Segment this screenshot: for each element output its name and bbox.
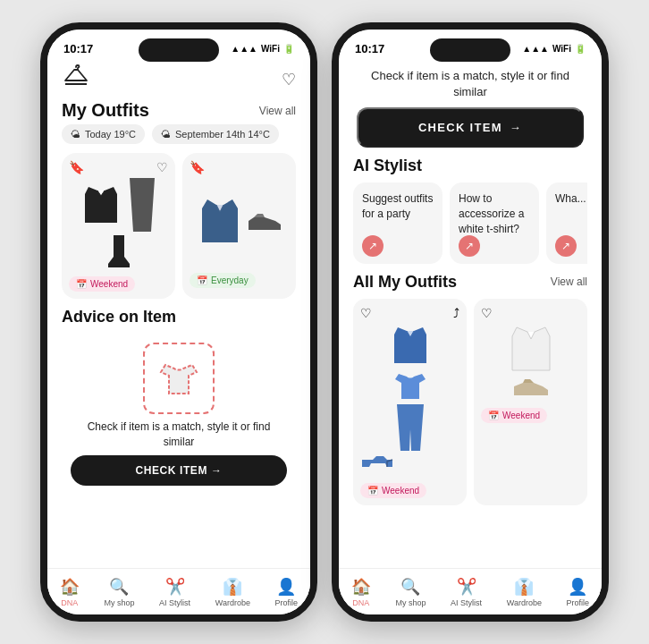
check-item-btn-label: CHECK ITEM — [418, 121, 502, 134]
jacket-icon — [80, 180, 122, 230]
ai-card-btn-1[interactable]: ↗ — [459, 235, 480, 257]
advice-box: Check if item is a match, style it or fi… — [62, 334, 296, 495]
white-blazer-icon — [508, 324, 554, 377]
weather-future-label: September 14th 14°C — [175, 129, 270, 140]
battery-icon-2: 🔋 — [575, 44, 586, 54]
nav-myshop-label-1: My shop — [104, 598, 134, 607]
pants-icon — [126, 178, 158, 232]
nav-profile-1[interactable]: 👤 Profile — [275, 577, 299, 607]
all-outfit-card-0[interactable]: ♡ ⤴ — [353, 299, 467, 505]
phone1-header: ♡ — [47, 59, 310, 100]
outfit-card-weekend[interactable]: 🔖 ♡ — [62, 153, 175, 299]
heart-icon-1[interactable]: ♡ — [282, 70, 296, 89]
weather-today[interactable]: 🌤 Today 19°C — [62, 124, 145, 144]
nav-aistylist-label-2: AI Stylist — [451, 598, 482, 607]
sneaker-icon — [247, 212, 282, 233]
blue-jacket-icon — [197, 196, 243, 250]
bookmark-icon-2: 🔖 — [190, 160, 205, 174]
check-item-banner: Check if item is a match, style it or fi… — [339, 59, 602, 148]
heels-icon — [360, 453, 396, 470]
ai-card-2[interactable]: Wha... my b... ↗ — [546, 182, 587, 263]
wardrobe-icon-2: 👔 — [514, 577, 534, 597]
ai-card-btn-0[interactable]: ↗ — [362, 235, 384, 257]
battery-icon-1: 🔋 — [283, 44, 294, 54]
share-icon-3[interactable]: ⤴ — [453, 306, 459, 320]
wifi-icon-2: WiFi — [552, 44, 571, 54]
nav-dna-2[interactable]: 🏠 DNA — [351, 577, 371, 607]
weather-row-1: 🌤 Today 19°C 🌤 September 14th 14°C — [47, 124, 310, 153]
outfit-cards-row-2: ♡ ⤴ — [353, 299, 587, 505]
phone1-content: ♡ My Outfits View all 🌤 Today 19°C 🌤 Sep… — [47, 59, 310, 605]
nav-myshop-1[interactable]: 🔍 My shop — [104, 577, 134, 607]
signal-icon-2: ▲▲▲ — [522, 44, 549, 54]
dynamic-island-2 — [430, 38, 510, 62]
advice-title: Advice on Item — [62, 308, 296, 326]
all-outfit-tag-1: 📅 Weekend — [481, 408, 547, 423]
weather-future[interactable]: 🌤 September 14th 14°C — [152, 124, 279, 144]
everyday-tag: 📅 Everyday — [190, 273, 256, 288]
scan-box — [143, 343, 215, 414]
nav-myshop-2[interactable]: 🔍 My shop — [395, 577, 426, 607]
check-item-btn-2[interactable]: CHECK ITEM → — [357, 107, 584, 148]
view-all-2[interactable]: View all — [551, 275, 587, 288]
heart-outline-icon-4[interactable]: ♡ — [481, 306, 493, 320]
nav-aistylist-1[interactable]: ✂️ AI Stylist — [159, 577, 190, 607]
nav-wardrobe-1[interactable]: 👔 Wardrobe — [215, 577, 250, 607]
weekend-tag-1: 📅 Weekend — [69, 276, 135, 292]
advice-section: Advice on Item Check if item is a match,… — [47, 299, 310, 500]
nav-profile-label-2: Profile — [567, 598, 590, 607]
ai-card-text-2: Wha... my b... — [555, 191, 587, 207]
phone-1-inner: 10:17 ▲▲▲ WiFi 🔋 — [47, 30, 310, 614]
nav-profile-2[interactable]: 👤 Profile — [567, 577, 590, 607]
all-outfits-section: All My Outfits View all ♡ ⤴ — [339, 264, 602, 505]
weather-today-icon: 🌤 — [71, 129, 80, 140]
hanger-logo-icon — [62, 64, 90, 95]
nav-wardrobe-label-1: Wardrobe — [215, 598, 250, 607]
tshirt-scan-icon — [156, 356, 201, 401]
ai-card-0[interactable]: Suggest outfits for a party ↗ — [353, 182, 442, 263]
status-icons-2: ▲▲▲ WiFi 🔋 — [522, 44, 586, 54]
profile-icon-1: 👤 — [276, 577, 296, 597]
all-outfit-tag-0: 📅 Weekend — [360, 483, 426, 498]
nav-aistylist-2[interactable]: ✂️ AI Stylist — [451, 577, 482, 607]
jeans-icon — [393, 404, 427, 451]
view-all-1[interactable]: View all — [259, 105, 296, 117]
ai-cards-row: Suggest outfits for a party ↗ How to acc… — [353, 182, 587, 263]
nav-dna-1[interactable]: 🏠 DNA — [60, 577, 80, 607]
blue-blazer-icon — [391, 324, 430, 369]
outfit-card-everyday[interactable]: 🔖 — [182, 153, 296, 299]
beige-shoes-icon — [512, 379, 550, 399]
blue-tshirt-icon — [393, 370, 427, 402]
ai-card-btn-2[interactable]: ↗ — [555, 235, 577, 257]
time-1: 10:17 — [63, 42, 93, 55]
heart-outline-icon-3[interactable]: ♡ — [360, 306, 372, 320]
nav-myshop-label-2: My shop — [395, 598, 426, 607]
profile-icon-2: 👤 — [568, 577, 587, 597]
ai-stylist-section: AI Stylist Suggest outfits for a party ↗… — [339, 148, 602, 263]
ai-card-text-0: Suggest outfits for a party — [362, 191, 434, 222]
advice-text: Check if item is a match, style it or fi… — [71, 419, 287, 450]
check-item-btn-arrow: → — [510, 121, 522, 134]
scissors-icon-1: ✂️ — [165, 577, 185, 597]
ai-card-1[interactable]: How to accessorize a white t-shirt? ↗ — [450, 182, 539, 263]
nav-wardrobe-2[interactable]: 👔 Wardrobe — [507, 577, 542, 607]
phones-container: 10:17 ▲▲▲ WiFi 🔋 — [40, 22, 609, 622]
weather-today-label: Today 19°C — [85, 129, 136, 140]
search-icon-2: 🔍 — [400, 577, 420, 597]
heart-icon-card-1[interactable]: ♡ — [156, 160, 168, 174]
ai-stylist-title: AI Stylist — [353, 157, 587, 175]
nav-dna-label-2: DNA — [352, 598, 369, 607]
nav-aistylist-label-1: AI Stylist — [159, 598, 190, 607]
all-outfits-header: All My Outfits View all — [353, 273, 587, 292]
nav-wardrobe-label-2: Wardrobe — [507, 598, 542, 607]
check-item-btn-1[interactable]: CHECK ITEM → — [71, 455, 287, 486]
all-outfits-title: All My Outfits — [353, 273, 457, 292]
time-2: 10:17 — [355, 42, 384, 55]
wardrobe-icon-1: 👔 — [223, 577, 242, 597]
home-icon-2: 🏠 — [351, 577, 371, 597]
ai-card-text-1: How to accessorize a white t-shirt? — [459, 191, 530, 236]
all-outfit-card-1[interactable]: ♡ — [474, 299, 587, 505]
weather-future-icon: 🌤 — [161, 129, 171, 140]
wifi-icon-1: WiFi — [261, 44, 280, 54]
phone-1: 10:17 ▲▲▲ WiFi 🔋 — [40, 22, 317, 622]
